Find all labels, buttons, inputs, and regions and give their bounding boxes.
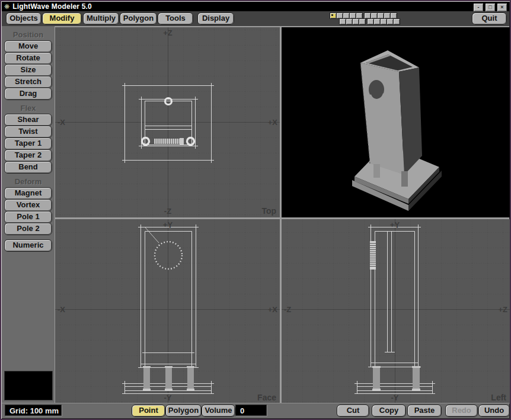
- tool-vortex[interactable]: Vortex: [4, 199, 52, 211]
- menu-multiply[interactable]: Multiply: [83, 12, 119, 25]
- tool-rotate[interactable]: Rotate: [4, 52, 52, 65]
- tool-pole1[interactable]: Pole 1: [4, 211, 52, 223]
- quit-button[interactable]: Quit: [472, 12, 507, 25]
- axis-label-right: +X: [268, 305, 278, 314]
- axis-label-left: -X: [58, 118, 65, 127]
- copy-button[interactable]: Copy: [372, 405, 406, 417]
- close-button[interactable]: ×: [497, 3, 507, 12]
- paste-button[interactable]: Paste: [407, 405, 442, 417]
- redo-button[interactable]: Redo: [445, 405, 478, 417]
- app-window: ❋ LightWave Modeler 5.0 - □ × Objects Mo…: [0, 0, 511, 420]
- axis-label-top: +Z: [163, 28, 173, 37]
- tool-taper2[interactable]: Taper 2: [4, 149, 52, 162]
- cut-button[interactable]: Cut: [337, 405, 369, 417]
- axis-label-top: +Y: [390, 220, 400, 229]
- tool-move[interactable]: Move: [4, 40, 52, 53]
- tool-taper1[interactable]: Taper 1: [4, 137, 52, 150]
- mode-polygon-button[interactable]: Polygon: [165, 405, 202, 417]
- group-label-flex: Flex: [2, 104, 55, 113]
- maximize-button[interactable]: □: [485, 3, 496, 12]
- viewport-name: Face: [257, 393, 276, 402]
- tool-sidebar: Position Move Rotate Size Stretch Drag F…: [2, 26, 55, 403]
- tool-bend[interactable]: Bend: [4, 161, 52, 174]
- tool-pole2[interactable]: Pole 2: [4, 223, 52, 235]
- tool-shear[interactable]: Shear: [4, 114, 52, 126]
- menu-objects[interactable]: Objects: [6, 12, 41, 25]
- viewport-preview[interactable]: [282, 27, 510, 217]
- grid-size-display: Grid: 100 mm: [5, 405, 62, 416]
- axis-label-top: +Y: [163, 220, 173, 229]
- selection-count-display: 0: [235, 405, 267, 416]
- axis-label-left: -X: [58, 305, 65, 314]
- layer-active-dot: [331, 14, 333, 16]
- window-title: LightWave Modeler 5.0: [12, 2, 92, 11]
- axis-label-bottom: -Y: [391, 393, 399, 402]
- viewport-face[interactable]: +Y -X +X -Y Face: [55, 219, 280, 404]
- menu-display[interactable]: Display: [197, 12, 234, 25]
- axis-label-right: +X: [268, 118, 278, 127]
- axis-label-right: +Z: [498, 305, 507, 314]
- numeric-button[interactable]: Numeric: [4, 239, 52, 252]
- app-logo-icon: ❋: [4, 2, 9, 11]
- layer-buttons: [330, 12, 404, 25]
- layer-button-bg[interactable]: [393, 18, 400, 25]
- axis-label-left: -Z: [284, 305, 291, 314]
- viewport-name: Left: [491, 393, 506, 402]
- title-bar[interactable]: ❋ LightWave Modeler 5.0 - □ ×: [2, 2, 509, 11]
- mini-preview-box: [4, 371, 53, 400]
- status-bar: Grid: 100 mm Point Polygon Volume 0 Cut …: [2, 403, 509, 418]
- viewport-left[interactable]: +Y -Z +Z -Y Left: [282, 219, 510, 404]
- menu-tools[interactable]: Tools: [158, 12, 193, 25]
- axis-label-bottom: -Y: [164, 393, 172, 402]
- axis-label-bottom: -Z: [164, 207, 171, 216]
- menu-modify[interactable]: Modify: [42, 12, 82, 25]
- viewport-area: +Z -X +X -Z Top: [55, 26, 509, 403]
- minimize-button[interactable]: -: [473, 3, 484, 12]
- tool-magnet[interactable]: Magnet: [4, 187, 52, 200]
- viewport-top[interactable]: +Z -X +X -Z Top: [55, 27, 280, 217]
- viewport-name: Top: [261, 206, 276, 216]
- menu-bar: Objects Modify Multiply Polygon Tools Di…: [2, 11, 509, 26]
- tool-size[interactable]: Size: [4, 64, 52, 76]
- group-label-deform: Deform: [2, 177, 55, 186]
- app-body: ❋ LightWave Modeler 5.0 - □ × Objects Mo…: [1, 1, 510, 419]
- tool-stretch[interactable]: Stretch: [4, 76, 52, 88]
- menu-polygon[interactable]: Polygon: [120, 12, 157, 25]
- mode-point-button[interactable]: Point: [132, 405, 165, 417]
- group-label-position: Position: [2, 30, 55, 39]
- undo-button[interactable]: Undo: [478, 405, 510, 417]
- tool-twist[interactable]: Twist: [4, 126, 52, 138]
- mode-volume-button[interactable]: Volume: [202, 405, 235, 417]
- layer-button-bg[interactable]: [359, 18, 366, 25]
- tool-drag[interactable]: Drag: [4, 88, 52, 100]
